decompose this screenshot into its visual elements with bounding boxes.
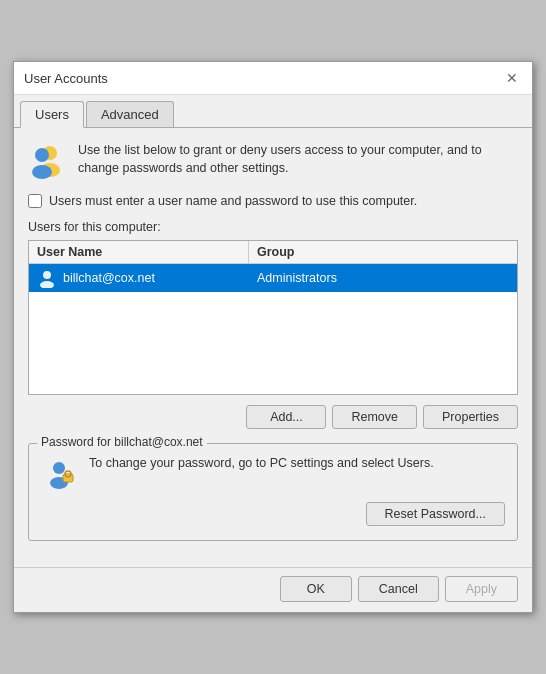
password-icon xyxy=(41,456,77,492)
col-group: Group xyxy=(249,241,517,263)
svg-point-3 xyxy=(32,165,52,179)
reset-password-row: Reset Password... xyxy=(41,502,505,526)
ok-button[interactable]: OK xyxy=(280,576,352,602)
must-login-label[interactable]: Users must enter a user name and passwor… xyxy=(49,194,417,208)
svg-point-4 xyxy=(43,271,51,279)
svg-point-2 xyxy=(35,148,49,162)
password-group: Password for billchat@cox.net To change … xyxy=(28,443,518,541)
must-login-checkbox-row: Users must enter a user name and passwor… xyxy=(28,194,518,208)
svg-point-6 xyxy=(53,462,65,474)
must-login-checkbox[interactable] xyxy=(28,194,42,208)
reset-password-button[interactable]: Reset Password... xyxy=(366,502,505,526)
cell-group: Administrators xyxy=(249,264,517,292)
info-text: Use the list below to grant or deny user… xyxy=(78,142,518,177)
password-group-label: Password for billchat@cox.net xyxy=(37,435,207,449)
tab-bar: Users Advanced xyxy=(14,95,532,128)
table-row[interactable]: billchat@cox.net Administrators xyxy=(29,264,517,292)
password-info-text: To change your password, go to PC settin… xyxy=(89,454,505,473)
users-section-label: Users for this computer: xyxy=(28,220,518,234)
remove-button[interactable]: Remove xyxy=(332,405,417,429)
tab-users[interactable]: Users xyxy=(20,101,84,128)
apply-button[interactable]: Apply xyxy=(445,576,518,602)
properties-button[interactable]: Properties xyxy=(423,405,518,429)
close-button[interactable]: ✕ xyxy=(502,68,522,88)
cell-username: billchat@cox.net xyxy=(29,264,249,292)
add-button[interactable]: Add... xyxy=(246,405,326,429)
cancel-button[interactable]: Cancel xyxy=(358,576,439,602)
info-row: Use the list below to grant or deny user… xyxy=(28,142,518,180)
svg-point-5 xyxy=(40,281,54,288)
title-bar: User Accounts ✕ xyxy=(14,62,532,95)
user-action-buttons: Add... Remove Properties xyxy=(28,405,518,429)
col-username: User Name xyxy=(29,241,249,263)
bottom-bar: OK Cancel Apply xyxy=(14,567,532,612)
password-row: To change your password, go to PC settin… xyxy=(41,454,505,492)
table-body: billchat@cox.net Administrators xyxy=(29,264,517,394)
table-header: User Name Group xyxy=(29,241,517,264)
tab-advanced[interactable]: Advanced xyxy=(86,101,174,127)
user-accounts-dialog: User Accounts ✕ Users Advanced Use the l… xyxy=(13,61,533,613)
window-title: User Accounts xyxy=(24,71,108,86)
user-table: User Name Group billchat@cox.net Adminis… xyxy=(28,240,518,395)
users-icon xyxy=(28,142,66,180)
tab-content: Use the list below to grant or deny user… xyxy=(14,128,532,567)
